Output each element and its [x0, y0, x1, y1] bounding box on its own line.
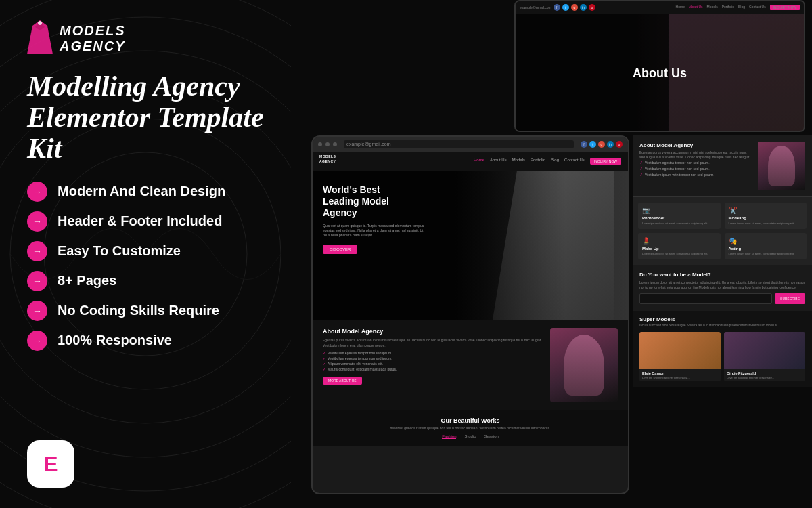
subscribe-button[interactable]: SUBSCRIBE: [775, 293, 805, 304]
main-heading: Modelling Agency Elementor Template Kit: [27, 70, 264, 165]
logo-area: MODELS AGENCY: [27, 20, 264, 57]
feature-label-4: 8+ Pages: [58, 273, 116, 289]
main-nav-home[interactable]: Home: [474, 158, 484, 165]
browser-mockup-top: example@gmail.com f t g in p Home About …: [514, 0, 805, 132]
subscribe-email-input[interactable]: [639, 293, 772, 304]
service-acting: 🎭 Acting Lorem ipsum dolor sit amet, con…: [725, 233, 807, 259]
browser-mockup-main: example@gmail.com f t g in p MODELS AGEN…: [311, 135, 629, 494]
nav-contact[interactable]: Contact Us: [749, 5, 766, 10]
service-title-3: Make Up: [642, 247, 717, 251]
about-check-4: Mauris consequat, est diam malesuada pur…: [323, 367, 543, 371]
feature-label-2: Header & Footer Included: [58, 213, 222, 229]
main-google-icon: g: [598, 141, 605, 148]
arrow-icon-6: [27, 331, 47, 351]
subscribe-section: Do You want to be a Model? Lorem ipsum d…: [633, 265, 812, 311]
service-desc-2: Lorem ipsum dolor sit amet, consectetur …: [729, 221, 803, 225]
camera-icon: 📷: [642, 207, 717, 214]
mockup-area: example@gmail.com f t g in p Home About …: [291, 0, 812, 508]
top-hero-title: About Us: [633, 66, 687, 81]
logo-text: MODELS AGENCY: [60, 23, 126, 54]
arrow-icon-4: [27, 271, 47, 291]
top-hero-section: About Us: [516, 14, 804, 132]
about-card-title: About Model Agency: [639, 142, 752, 148]
hero-description: Quis veri at quam quisque id. Turpis mas…: [323, 224, 431, 238]
model-role-1: Love the shooting and her personality...: [639, 376, 721, 381]
main-pi-icon: p: [616, 141, 623, 148]
service-desc-4: Lorem ipsum dolor sit amet, consectetur …: [729, 252, 803, 255]
discover-button[interactable]: DISCOVER: [323, 245, 357, 254]
tab-studio[interactable]: Studio: [464, 434, 476, 439]
top-social-icons: f t g in p: [554, 4, 595, 11]
top-mockup-email: example@gmail.com: [520, 5, 551, 9]
acting-icon: 🎭: [729, 237, 803, 245]
service-title-2: Modeling: [729, 216, 803, 220]
nav-portfolio[interactable]: Portfolio: [722, 5, 734, 10]
browser-dot-1: [318, 142, 322, 146]
twitter-icon: t: [562, 4, 569, 11]
check-icon-2: ✓: [639, 166, 643, 171]
feature-no-coding: No Coding Skills Require: [27, 301, 264, 321]
model-card-2: Birdie Fitzgerald Love the shooting and …: [724, 332, 805, 381]
model-name-1: Elsie Carson: [639, 369, 721, 376]
models-grid: Elsie Carson Love the shooting and her p…: [639, 332, 805, 381]
nav-blog[interactable]: Blog: [738, 5, 745, 10]
main-mockup-logo: MODELS AGENCY: [319, 154, 346, 168]
subscribe-form: SUBSCRIBE: [639, 293, 805, 304]
tab-fashion[interactable]: Fashion: [442, 434, 456, 439]
about-card-text: About Model Agency Egestas purus viverra…: [639, 142, 752, 190]
tab-session[interactable]: Session: [484, 434, 499, 439]
works-tabs: Fashion Studio Session: [323, 434, 618, 439]
main-nav-portfolio[interactable]: Portfolio: [531, 158, 545, 165]
about-card: About Model Agency Egestas purus viverra…: [633, 135, 812, 197]
feature-pages: 8+ Pages: [27, 271, 264, 291]
about-card-image: [758, 142, 805, 190]
about-text: About Model Agency Egestas purus viverra…: [323, 328, 543, 402]
hero-title: World's Best Leading Model Agency: [323, 184, 445, 218]
service-title-4: Acting: [729, 247, 803, 251]
service-photoshoot: 📷 Photoshoot Lorem ipsum dolor sit amet,…: [638, 203, 721, 229]
arrow-icon-5: [27, 301, 47, 321]
about-check-3: Allquam venenatis elit, venenatis elit.: [323, 362, 543, 366]
nav-models[interactable]: Models: [707, 5, 718, 10]
subscribe-description: Lorem ipsum dolor sit amet consectetur a…: [639, 280, 805, 290]
arrow-icon-3: [27, 241, 47, 261]
about-description: Egestas purus viverra accumsan in nisl n…: [323, 338, 543, 348]
check-text-2: Vestibulum egestas tempor non sed ipsum.: [645, 167, 710, 171]
about-title: About Model Agency: [323, 328, 543, 335]
about-check-row-2: ✓ Vestibulum egestas tempor non sed ipsu…: [639, 166, 752, 171]
pinterest-icon: p: [589, 4, 595, 11]
nav-about[interactable]: About Us: [689, 5, 703, 10]
feature-responsive: 100% Responsive: [27, 331, 264, 351]
left-panel: MODELS AGENCY Modelling Agency Elementor…: [0, 0, 291, 508]
main-nav-contact[interactable]: Contact Us: [564, 158, 585, 165]
main-tw-icon: t: [589, 141, 596, 148]
check-text-1: Vestibulum egestas tempor non sed ipsum.: [645, 161, 710, 165]
logo-agency: AGENCY: [60, 39, 126, 54]
main-nav-about[interactable]: About Us: [490, 158, 507, 165]
more-about-btn[interactable]: MORE ABOUT US: [323, 377, 362, 385]
feature-easy-customize: Easy To Customize: [27, 241, 264, 261]
facebook-icon: f: [554, 4, 560, 11]
top-mockup-bar: example@gmail.com f t g in p Home About …: [516, 1, 804, 14]
model-image-2: [724, 332, 805, 369]
feature-label-5: No Coding Skills Require: [58, 303, 219, 318]
check-icon-3: ✓: [639, 172, 643, 177]
main-nav-links: Home About Us Models Portfolio Blog Cont…: [474, 158, 621, 165]
inquiry-btn-top[interactable]: INQUIRY NOW: [770, 5, 800, 10]
linkedin-icon: in: [580, 4, 587, 11]
main-linkedin-icon: in: [607, 141, 614, 148]
browser-dot-3: [333, 142, 337, 146]
model-card-1: Elsie Carson Love the shooting and her p…: [639, 332, 721, 381]
works-description: headrest gravida rutrum quisque non tell…: [323, 426, 618, 430]
feature-modern-design: Modern And Clean Design: [27, 182, 264, 202]
main-fb-icon: f: [581, 141, 587, 148]
main-inquiry-btn[interactable]: INQUIRY NOW: [590, 158, 621, 165]
svg-point-8: [38, 21, 42, 25]
elementor-badge[interactable]: E: [27, 440, 74, 488]
main-nav-blog[interactable]: Blog: [551, 158, 559, 165]
features-list: Modern And Clean Design Header & Footer …: [27, 182, 264, 351]
main-hero-section: World's Best Leading Model Agency Quis v…: [313, 171, 628, 320]
nav-home[interactable]: Home: [676, 5, 685, 10]
main-nav-models[interactable]: Models: [512, 158, 525, 165]
browser-dot-2: [325, 142, 330, 146]
